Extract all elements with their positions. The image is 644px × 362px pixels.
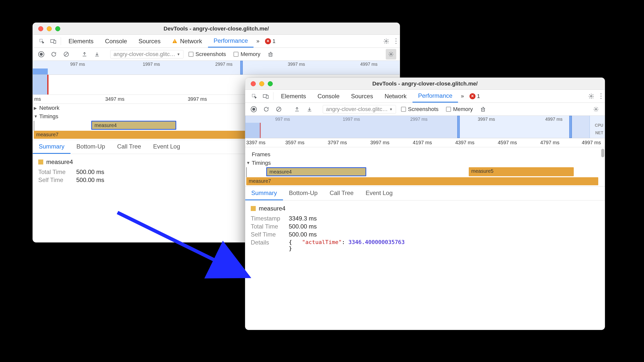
- error-count-badge[interactable]: × 1: [467, 90, 482, 102]
- upload-profile-icon[interactable]: [292, 104, 302, 114]
- svg-rect-4: [174, 42, 175, 42]
- track-network-cut: Network: [245, 147, 605, 150]
- timing-measure7[interactable]: measure7: [246, 177, 598, 185]
- svg-point-5: [386, 40, 387, 42]
- download-profile-icon[interactable]: [304, 104, 314, 114]
- chevron-right-icon: ▶: [34, 106, 38, 110]
- error-count-badge[interactable]: × 1: [262, 35, 278, 48]
- tab-performance[interactable]: Performance: [208, 35, 253, 48]
- warning-icon: [172, 38, 178, 44]
- time-ruler: 3397 ms 3597 ms 3797 ms 3997 ms 4197 ms …: [245, 138, 605, 147]
- track-frames-header[interactable]: ▶ Frames: [245, 150, 605, 159]
- tab-sources[interactable]: Sources: [133, 35, 166, 48]
- tab-network[interactable]: Network: [379, 90, 412, 102]
- summary-timestamp: 3349.3 ms: [289, 215, 317, 222]
- panel-tabs: Elements Console Sources Network Perform…: [245, 90, 605, 103]
- error-icon: ×: [265, 38, 271, 44]
- kebab-menu-icon[interactable]: ⋮: [597, 90, 605, 102]
- download-profile-icon[interactable]: [92, 49, 102, 59]
- memory-checkbox[interactable]: Memory: [231, 51, 263, 58]
- performance-toolbar: angry-clover-close.glitc…▼ Screenshots M…: [33, 48, 400, 61]
- overview-minimap[interactable]: 997 ms 1997 ms 2997 ms 3997 ms 4997 ms C…: [245, 116, 605, 138]
- record-button[interactable]: [36, 49, 46, 59]
- reload-record-button[interactable]: [49, 49, 59, 59]
- screenshots-checkbox[interactable]: Screenshots: [186, 51, 228, 58]
- device-toolbar-icon[interactable]: [260, 90, 271, 102]
- details-tab-summary[interactable]: Summary: [245, 186, 283, 200]
- kebab-menu-icon[interactable]: ⋮: [392, 35, 400, 48]
- close-window-button[interactable]: [38, 26, 43, 31]
- screenshots-checkbox[interactable]: Screenshots: [398, 106, 441, 112]
- tab-console[interactable]: Console: [312, 90, 345, 102]
- summary-total-time: 500.00 ms: [289, 223, 317, 230]
- tab-console[interactable]: Console: [100, 35, 132, 48]
- cpu-label: CPU: [595, 123, 603, 128]
- tab-network[interactable]: Network: [166, 35, 208, 48]
- overview-handle[interactable]: [240, 61, 243, 74]
- settings-gear-icon[interactable]: [586, 90, 597, 102]
- details-tab-calltree[interactable]: Call Tree: [324, 186, 360, 200]
- record-button[interactable]: [249, 104, 259, 114]
- zoom-window-button[interactable]: [55, 26, 60, 31]
- error-icon: ×: [470, 93, 476, 99]
- caret-down-icon: ▼: [177, 52, 180, 56]
- selection-bracket: [34, 121, 37, 131]
- tracks: Network ▶ Frames ▼ Timings measure4 meas…: [245, 147, 605, 186]
- overview-handle-right[interactable]: [569, 116, 572, 138]
- devtools-window-after: DevTools - angry-clover-close.glitch.me/…: [245, 78, 605, 330]
- tab-sources[interactable]: Sources: [346, 90, 378, 102]
- inspect-element-icon[interactable]: [36, 35, 47, 48]
- svg-rect-7: [269, 53, 272, 56]
- overview-selection[interactable]: [245, 116, 460, 138]
- device-toolbar-icon[interactable]: [48, 35, 59, 48]
- gc-button[interactable]: [478, 104, 488, 114]
- minimize-window-button[interactable]: [259, 81, 264, 86]
- tab-performance[interactable]: Performance: [412, 90, 458, 102]
- zoom-window-button[interactable]: [268, 81, 273, 86]
- caret-down-icon: ▼: [389, 107, 393, 111]
- memory-checkbox[interactable]: Memory: [444, 106, 475, 112]
- summary-color-swatch: [251, 206, 256, 211]
- details-tab-summary[interactable]: Summary: [33, 140, 70, 154]
- timing-measure5[interactable]: measure5: [469, 167, 574, 176]
- inspect-element-icon[interactable]: [249, 90, 260, 102]
- overview-minimap[interactable]: 997 ms 1997 ms 2997 ms 3997 ms 4997 ms: [33, 61, 400, 75]
- scrollbar-thumb[interactable]: [601, 149, 604, 157]
- details-tab-bottomup[interactable]: Bottom-Up: [70, 140, 111, 154]
- timing-measure4[interactable]: measure4: [91, 121, 176, 130]
- details-tab-eventlog[interactable]: Event Log: [360, 186, 398, 200]
- details-tab-bottomup[interactable]: Bottom-Up: [283, 186, 324, 200]
- summary-total-time: 500.00 ms: [76, 168, 104, 176]
- tab-elements[interactable]: Elements: [63, 35, 99, 48]
- summary-name: measure4: [259, 205, 286, 212]
- summary-color-swatch: [38, 160, 43, 164]
- reload-record-button[interactable]: [261, 104, 271, 114]
- profile-selector[interactable]: angry-clover-close.glitc…▼: [110, 50, 184, 58]
- capture-settings-gear-icon[interactable]: [591, 104, 601, 114]
- overview-handle-left[interactable]: [457, 116, 460, 138]
- close-window-button[interactable]: [251, 81, 256, 86]
- more-tabs-button[interactable]: »: [458, 90, 466, 102]
- selection-bracket: [246, 167, 249, 177]
- svg-rect-2: [54, 40, 56, 43]
- svg-point-12: [590, 96, 592, 97]
- timing-measure4[interactable]: measure4: [266, 167, 366, 176]
- settings-gear-icon[interactable]: [381, 35, 392, 48]
- window-title: DevTools - angry-clover-close.glitch.me/: [33, 26, 400, 32]
- gc-button[interactable]: [266, 49, 276, 59]
- window-title: DevTools - angry-clover-close.glitch.me/: [245, 80, 605, 87]
- summary-panel: measure4 Timestamp 3349.3 ms Total Time …: [245, 200, 605, 257]
- svg-point-8: [390, 54, 392, 55]
- track-timings-header[interactable]: ▼ Timings: [245, 159, 605, 167]
- panel-tabs: Elements Console Sources Network Perform…: [33, 35, 400, 48]
- details-tab-eventlog[interactable]: Event Log: [147, 140, 186, 154]
- clear-button[interactable]: [61, 49, 71, 59]
- minimize-window-button[interactable]: [47, 26, 52, 31]
- details-tab-calltree[interactable]: Call Tree: [111, 140, 147, 154]
- clear-button[interactable]: [274, 104, 284, 114]
- profile-selector[interactable]: angry-clover-close.glitc…▼: [323, 105, 396, 114]
- tab-elements[interactable]: Elements: [276, 90, 312, 102]
- upload-profile-icon[interactable]: [80, 49, 90, 59]
- more-tabs-button[interactable]: »: [254, 35, 262, 48]
- capture-settings-gear-icon[interactable]: [386, 49, 396, 60]
